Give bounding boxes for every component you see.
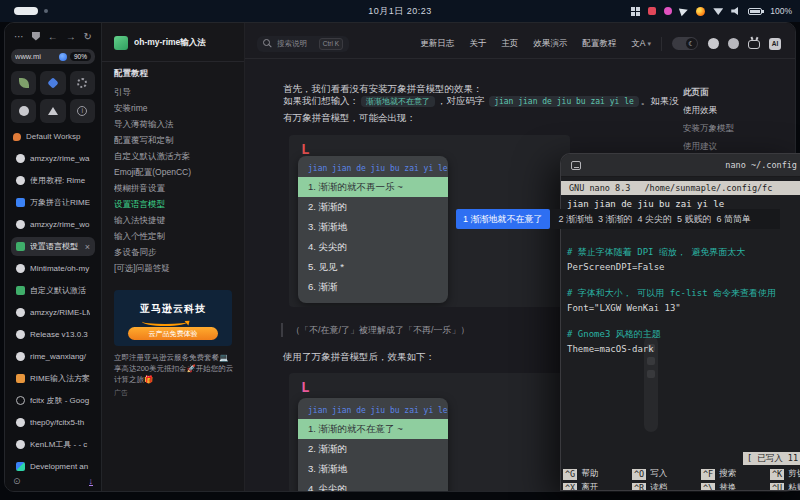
header-nav-link[interactable]: 主页 (501, 38, 518, 50)
downloads-icon[interactable]: ↓ (89, 477, 94, 486)
outline-title: 此页面 (683, 83, 796, 101)
pinned-essential-gear[interactable] (70, 71, 95, 95)
sidebar-item[interactable]: 模糊拼音设置 (114, 180, 232, 196)
volume-icon[interactable] (731, 7, 740, 15)
pinned-essential-diamond[interactable] (40, 71, 65, 95)
browser-tab[interactable]: 设置语言模型× (11, 237, 95, 256)
forward-icon[interactable]: → (66, 31, 76, 42)
browser-tab[interactable]: amzxyz/RIME-LM (11, 303, 95, 322)
browser-tab-rail: ⋯←→↻ www.mi 90% i Default Worksp amzxyz/… (5, 23, 102, 491)
shortcut-label: 剪切 (788, 468, 800, 480)
terminal-window: nano ~/.config GNU nano 8.3 /home/sunmap… (560, 153, 800, 491)
dark-mode-toggle[interactable]: ☾ (672, 37, 698, 50)
browser-tab[interactable]: rime_wanxiang/ (11, 347, 95, 366)
sidebar-item[interactable]: 配置覆写和定制 (114, 132, 232, 148)
github-favicon-icon (16, 352, 25, 361)
browser-tab[interactable]: RIME输入法方案 (11, 369, 95, 388)
gitee-icon[interactable] (728, 38, 739, 49)
battery-percentage: 100% (770, 6, 792, 16)
sidebar-item[interactable]: [可选]问题答疑 (114, 260, 232, 276)
candidate-item: 4. 尖尖的 (298, 479, 448, 492)
header-nav-link[interactable]: 配置教程 (582, 38, 616, 50)
desktop-screen: 10月1日 20:23 100% ⋯←→↻ www.mi 90% i Defau… (0, 0, 800, 500)
tab-close-icon[interactable]: × (85, 242, 90, 252)
sidebar-item[interactable]: Emoji配置(OpenCC) (114, 164, 232, 180)
search-box[interactable]: 搜索说明 Ctrl K (257, 36, 349, 52)
pinned-essential-github[interactable] (11, 99, 36, 123)
sidebar-item[interactable]: 自定义默认激活方案 (114, 148, 232, 164)
tab-label: 自定义默认激活 (30, 285, 90, 296)
ai-icon[interactable]: AI (769, 38, 781, 50)
wifi-icon[interactable] (713, 7, 723, 15)
browser-tab[interactable]: 自定义默认激活 (11, 281, 95, 300)
sidebar-item[interactable]: 输入法快捷键 (114, 212, 232, 228)
browser-tab[interactable]: amzxyz/rime_wa (11, 149, 95, 168)
candidate-item: 6. 渐渐 (298, 277, 448, 297)
shortcut-label: 帮助 (581, 468, 598, 480)
workspace-indicator[interactable] (14, 7, 48, 15)
outline-item[interactable]: 使用效果 (683, 101, 796, 119)
browser-tab[interactable]: thep0y/fcitx5-th (11, 413, 95, 432)
bilibili-icon[interactable] (748, 40, 760, 49)
nano-shortcut: ^U粘贴 (770, 481, 800, 491)
terminal-line: Theme=macOS-dark (567, 342, 800, 357)
browser-tab[interactable]: 使用教程: Rime (11, 171, 95, 190)
app-grid-icon[interactable] (631, 7, 640, 16)
settings-gear-icon[interactable]: ⊙ (13, 476, 21, 486)
browser-tab[interactable]: Development an (11, 457, 95, 476)
nano-shortcut: ^O写入 (632, 467, 701, 481)
sidebar-section-title[interactable]: 配置教程 (114, 68, 232, 80)
ad-banner-title: 亚马逊云科技 (114, 302, 232, 316)
ghost-scroll-overlay (644, 336, 658, 432)
sidebar-item[interactable]: 导入薄荷输入法 (114, 116, 232, 132)
battery-icon[interactable] (748, 8, 762, 15)
zoom-level-badge[interactable]: 90% (70, 52, 91, 61)
github-favicon-icon (16, 264, 25, 273)
browser-tab[interactable]: fcitx 皮肤 - Goog (11, 391, 95, 410)
paragraph-text: ，对应码字 (437, 95, 487, 106)
sidebar-item[interactable]: 安装rime (114, 100, 232, 116)
sidebar-item[interactable]: 引导 (114, 84, 232, 100)
browser-tab[interactable]: amzxyz/rime_wo (11, 215, 95, 234)
browser-tab[interactable]: KenLM工具 - - c (11, 435, 95, 454)
ad-banner-image[interactable]: 亚马逊云科技 云产品免费体验 (114, 290, 232, 346)
terminal-titlebar[interactable]: nano ~/.config (561, 154, 800, 177)
site-header[interactable]: oh-my-rime输入法 (114, 33, 232, 53)
preedit-text: jian jian de jiu bu zai yi le (298, 403, 448, 419)
language-switcher[interactable]: 文A ▾ (631, 38, 651, 50)
candidate-item: 1. 渐渐的就不再一乐 ~ (298, 177, 448, 197)
terminal-buffer: # 禁止字体随着 DPI 缩放， 避免界面太大PerScreenDPI=Fals… (567, 245, 800, 357)
header-nav-link[interactable]: 效果演示 (533, 38, 567, 50)
ad-card[interactable]: 亚马逊云科技 云产品免费体验 立即注册亚马逊云服务免费套餐💻享高达200美元抵扣… (114, 290, 232, 398)
telegram-icon[interactable] (679, 6, 689, 16)
back-icon[interactable]: ← (48, 31, 58, 42)
browser-toolbar: ⋯←→↻ (11, 29, 95, 43)
header-nav-link[interactable]: 关于 (469, 38, 486, 50)
reload-icon[interactable]: ↻ (84, 31, 92, 42)
menu-dots-icon[interactable]: ⋯ (14, 31, 24, 42)
header-nav-link[interactable]: 更新日志 (420, 38, 454, 50)
pinned-essential-info[interactable]: i (70, 99, 95, 123)
tab-label: fcitx 皮肤 - Goog (30, 395, 90, 406)
browser-tab[interactable]: 万象拼音让RIME (11, 193, 95, 212)
url-bar[interactable]: www.mi 90% (11, 49, 95, 64)
github-icon[interactable] (708, 38, 719, 49)
shield-icon[interactable] (32, 32, 40, 41)
firefox-icon[interactable] (696, 7, 705, 16)
tab-list: amzxyz/rime_wa使用教程: Rime万象拼音让RIMEamzxyz/… (11, 149, 95, 476)
sidebar-item[interactable]: 设置语言模型 (114, 196, 232, 212)
browser-tab[interactable]: Release v13.0.3 (11, 325, 95, 344)
sidebar-item[interactable]: 输入个性定制 (114, 228, 232, 244)
blue-favicon-icon (16, 198, 25, 207)
outline-item[interactable]: 安装万象模型 (683, 119, 796, 137)
sidebar-item[interactable]: 多设备同步 (114, 244, 232, 260)
upload-icon (48, 107, 58, 115)
pinned-essential-upload[interactable] (40, 99, 65, 123)
fcitx-icon[interactable] (664, 7, 672, 15)
ad-label: 广告 (114, 388, 232, 398)
pinned-essential-leaf[interactable] (11, 71, 36, 95)
site-favicon-icon (59, 53, 67, 61)
browser-tab[interactable]: Mintimate/oh-my (11, 259, 95, 278)
workspace-row[interactable]: Default Worksp (11, 132, 95, 141)
input-method-icon[interactable] (648, 7, 656, 15)
